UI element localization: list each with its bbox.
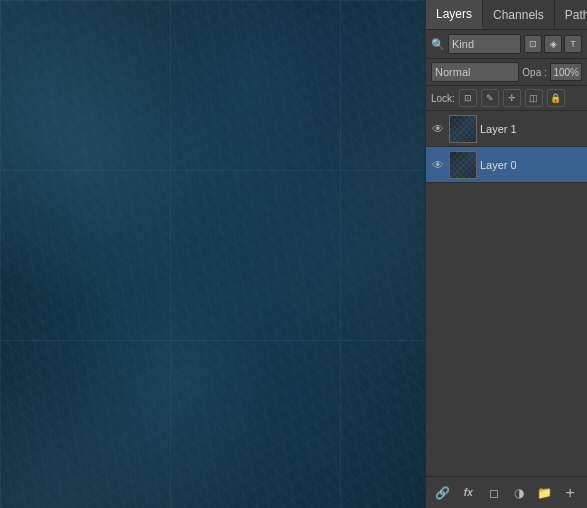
filter-pixel-icon[interactable]: ⊡ [524,35,542,53]
layer-item-layer1[interactable]: 👁 Layer 1 [426,111,587,147]
filter-text-icon[interactable]: T [564,35,582,53]
tabs-bar: Layers Channels Paths [426,0,587,30]
layer-visibility-toggle-layer0[interactable]: 👁 [430,157,446,173]
thumbnail-content [450,116,476,142]
lock-label: Lock: [431,93,455,104]
opacity-input[interactable] [550,63,582,81]
opacity-label: Opa [522,67,541,78]
search-icon: 🔍 [431,38,445,51]
layer-name-layer1: Layer 1 [480,123,583,135]
tab-layers[interactable]: Layers [426,0,483,29]
lock-row: Lock: ⊡ ✎ ✛ ◫ 🔒 [426,86,587,111]
adjustment-layer-button[interactable]: ◑ [508,482,530,504]
new-group-button[interactable]: 📁 [534,482,556,504]
kind-select[interactable]: Kind Name Effect Mode Attribute Color [448,34,521,54]
new-layer-button[interactable]: + [559,482,581,504]
add-mask-button[interactable]: ◻ [483,482,505,504]
blend-mode-select[interactable]: Normal Dissolve Multiply Screen Overlay [431,62,519,82]
layers-panel: 🔍 Kind Name Effect Mode Attribute Color … [426,30,587,508]
lock-position-button[interactable]: ✛ [503,89,521,107]
thumbnail-content-0 [450,152,476,178]
blend-opacity-row: Normal Dissolve Multiply Screen Overlay … [426,59,587,86]
layer-item-layer0[interactable]: 👁 Layer 0 [426,147,587,183]
lock-all-button[interactable]: 🔒 [547,89,565,107]
lock-image-button[interactable]: ✎ [481,89,499,107]
canvas-background [0,0,425,508]
layers-bottom-toolbar: 🔗 fx ◻ ◑ 📁 + [426,476,587,508]
add-style-button[interactable]: fx [457,482,479,504]
eye-icon-layer1: 👁 [432,122,444,136]
opacity-colon: : [544,67,547,78]
layers-list: 👁 Layer 1 👁 Layer 0 [426,111,587,476]
layer-thumbnail-layer0 [449,151,477,179]
canvas-area [0,0,425,508]
layer-visibility-toggle-layer1[interactable]: 👁 [430,121,446,137]
kind-filter-icons: ⊡ ◈ T [524,35,582,53]
kind-filter-row: 🔍 Kind Name Effect Mode Attribute Color … [426,30,587,59]
eye-icon-layer0: 👁 [432,158,444,172]
lock-artboard-button[interactable]: ◫ [525,89,543,107]
layer-thumbnail-layer1 [449,115,477,143]
link-layers-button[interactable]: 🔗 [432,482,454,504]
layer-name-layer0: Layer 0 [480,159,583,171]
canvas-grid [0,0,425,508]
lock-transparent-button[interactable]: ⊡ [459,89,477,107]
tab-paths[interactable]: Paths [555,0,587,29]
panels-area: Layers Channels Paths 🔍 Kind Name Effect… [425,0,587,508]
tab-channels[interactable]: Channels [483,0,555,29]
filter-adjust-icon[interactable]: ◈ [544,35,562,53]
